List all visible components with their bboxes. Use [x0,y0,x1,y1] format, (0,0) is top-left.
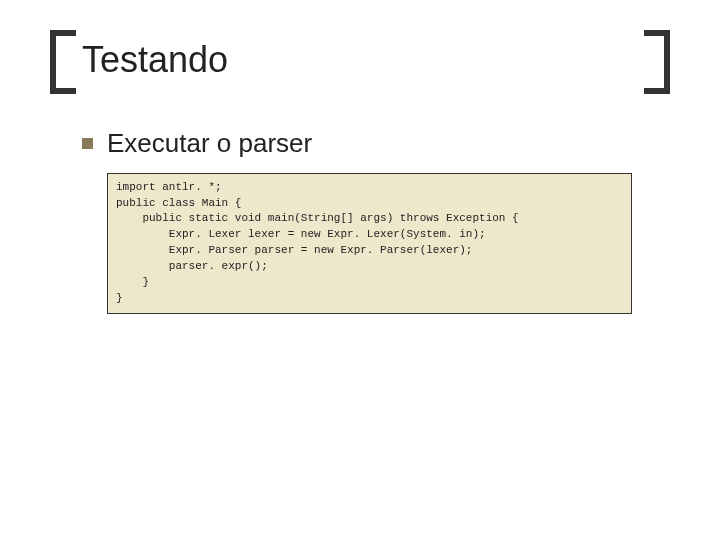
square-bullet-icon [82,138,93,149]
bracket-right-icon [644,30,670,94]
bullet-item: Executar o parser [82,128,670,159]
slide-body: Executar o parser import antlr. *; publi… [50,128,670,315]
slide-title: Testando [76,30,644,94]
bullet-text: Executar o parser [107,128,312,159]
bracket-left-icon [50,30,76,94]
code-block: import antlr. *; public class Main { pub… [107,173,632,315]
slide: Testando Executar o parser import antlr.… [0,0,720,540]
title-container: Testando [50,30,670,94]
